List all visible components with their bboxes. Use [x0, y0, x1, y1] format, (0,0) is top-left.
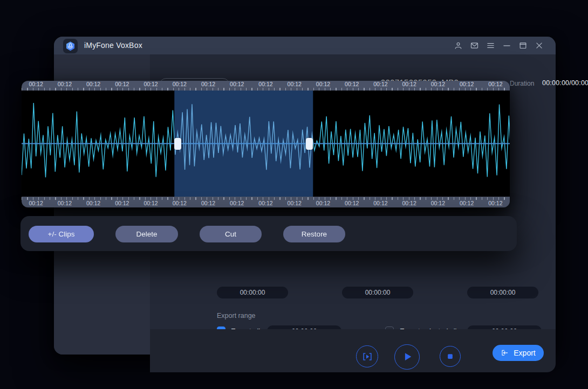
playback-bar: Export — [150, 329, 556, 372]
ruler-time-label: 00:12 — [258, 81, 272, 88]
time-field-3[interactable]: 00:00:00 — [467, 287, 538, 298]
ruler-time-label: 00:12 — [431, 81, 445, 88]
mail-icon[interactable] — [470, 41, 479, 50]
duration-value: 00:00:00/00:00:00 — [542, 79, 588, 87]
ruler-time-label: 00:12 — [115, 81, 129, 88]
window-title: iMyFone VoxBox — [84, 37, 142, 54]
voxbox-logo-icon — [65, 41, 76, 51]
ruler-time-label: 00:12 — [143, 200, 158, 207]
clip-toolbar: +/- Clips Delete Cut Restore — [20, 216, 517, 251]
play-icon — [401, 351, 413, 363]
ruler-labels-top: 00:1200:1200:1200:1200:1200:1200:1200:12… — [22, 81, 510, 88]
play-clip-icon — [361, 351, 373, 363]
stop-icon — [446, 352, 454, 360]
ruler-time-label: 00:12 — [373, 81, 387, 88]
ruler-labels-bottom: 00:1200:1200:1200:1200:1200:1200:1200:12… — [22, 200, 510, 207]
time-field-1[interactable]: 00:00:00 — [217, 287, 288, 298]
minimize-icon[interactable] — [502, 41, 511, 50]
time-ruler-bottom[interactable]: 00:1200:1200:1200:1200:1200:1200:1200:12… — [22, 197, 510, 207]
ruler-time-label: 00:12 — [201, 200, 215, 207]
app-logo — [63, 39, 78, 53]
export-button-label: Export — [514, 349, 535, 357]
cut-button[interactable]: Cut — [200, 226, 262, 242]
ruler-time-label: 00:12 — [402, 200, 416, 207]
window-controls — [454, 37, 544, 54]
ruler-time-label: 00:12 — [86, 200, 100, 207]
ruler-time-label: 00:12 — [460, 81, 474, 88]
ruler-time-label: 00:12 — [431, 200, 445, 207]
ruler-time-label: 00:12 — [29, 200, 43, 207]
delete-button[interactable]: Delete — [115, 226, 178, 242]
duration-label: Duration — [510, 80, 534, 87]
ruler-time-label: 00:12 — [258, 200, 272, 207]
ruler-time-label: 00:12 — [230, 81, 244, 88]
ruler-time-label: 00:12 — [288, 200, 302, 207]
export-range-label: Export range — [217, 312, 256, 319]
export-icon — [501, 349, 509, 357]
ruler-time-label: 00:12 — [345, 200, 359, 207]
time-field-2[interactable]: 00:00:00 — [342, 287, 413, 298]
ruler-time-label: 00:12 — [460, 200, 474, 207]
ruler-time-label: 00:12 — [288, 81, 302, 88]
time-ruler-top[interactable]: 00:1200:1200:1200:1200:1200:1200:1200:12… — [22, 81, 510, 91]
restore-button[interactable]: Restore — [283, 226, 345, 242]
ruler-time-label: 00:12 — [230, 200, 244, 207]
stop-button[interactable] — [440, 346, 461, 367]
play-clip-button[interactable] — [356, 345, 378, 367]
ruler-time-label: 00:12 — [58, 200, 72, 207]
export-button[interactable]: Export — [493, 345, 544, 361]
ruler-time-label: 00:12 — [345, 81, 359, 88]
ruler-time-label: 00:12 — [201, 81, 215, 88]
clips-button[interactable]: +/- Clips — [29, 226, 94, 242]
ruler-time-label: 00:12 — [173, 81, 187, 88]
ruler-time-label: 00:12 — [316, 81, 330, 88]
titlebar: iMyFone VoxBox — [54, 37, 556, 54]
ruler-time-label: 00:12 — [29, 81, 43, 88]
play-button[interactable] — [394, 344, 420, 370]
menu-icon[interactable] — [486, 41, 495, 50]
ruler-time-label: 00:12 — [402, 81, 416, 88]
close-icon[interactable] — [535, 41, 544, 50]
ruler-time-label: 00:12 — [115, 200, 129, 207]
selection-handle-left[interactable] — [174, 138, 181, 150]
screen: iMyFone VoxBox — [0, 0, 588, 389]
waveform-canvas[interactable] — [22, 91, 510, 197]
maximize-icon[interactable] — [518, 41, 528, 50]
waveform-panel: 00:1200:1200:1200:1200:1200:1200:1200:12… — [22, 81, 510, 207]
selection-handle-right[interactable] — [306, 138, 313, 150]
ruler-time-label: 00:12 — [143, 81, 158, 88]
ruler-time-label: 00:12 — [488, 81, 502, 88]
ruler-time-label: 00:12 — [316, 200, 330, 207]
account-icon[interactable] — [454, 41, 463, 50]
ruler-time-label: 00:12 — [86, 81, 100, 88]
ruler-time-label: 00:12 — [488, 200, 502, 207]
ruler-time-label: 00:12 — [173, 200, 187, 207]
ruler-time-label: 00:12 — [373, 200, 387, 207]
ruler-time-label: 00:12 — [58, 81, 72, 88]
